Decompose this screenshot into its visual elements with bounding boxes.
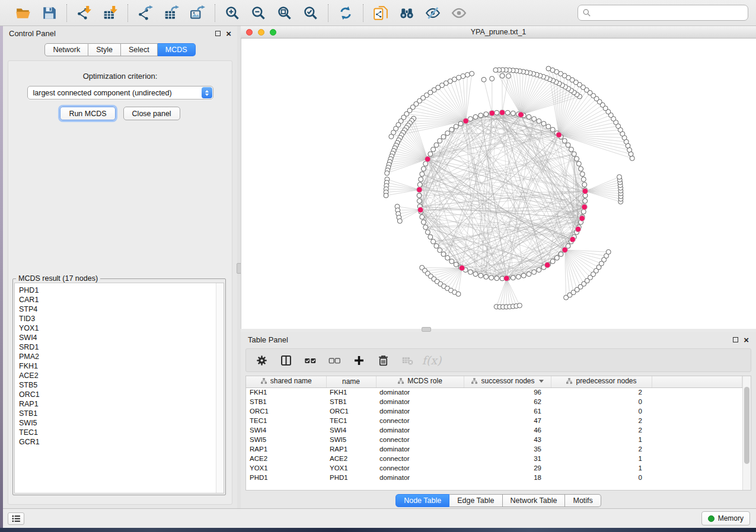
result-node[interactable]: GCR1	[19, 437, 216, 447]
column-header-shared-name[interactable]: shared name	[246, 376, 326, 387]
tab-network-table[interactable]: Network Table	[503, 494, 566, 507]
hide-selected-button[interactable]	[424, 4, 442, 22]
column-header-successor-nodes[interactable]: successor nodes	[464, 376, 551, 387]
minimize-window-icon[interactable]	[258, 29, 264, 36]
mcds-result-list[interactable]: PHD1CAR1STP4TID3YOX1SWI4SRD1PMA2FKH1ACE2…	[15, 283, 216, 493]
add-column-button[interactable]	[352, 353, 366, 367]
export-table-button[interactable]	[162, 4, 180, 22]
close-table-panel-icon[interactable]: ×	[744, 337, 749, 342]
clone-network-button[interactable]	[372, 4, 390, 22]
export-network-button[interactable]	[136, 4, 154, 22]
deselect-all-button[interactable]	[327, 353, 342, 367]
table-row[interactable]: PHD1PHD1dominator180	[246, 473, 742, 482]
result-node[interactable]: FKH1	[19, 361, 216, 371]
table-row[interactable]: ORC1ORC1dominator610	[246, 406, 742, 416]
run-mcds-button[interactable]: Run MCDS	[60, 107, 115, 120]
close-window-icon[interactable]	[246, 29, 253, 36]
tab-edge-table[interactable]: Edge Table	[449, 494, 502, 507]
export-network-icon	[138, 5, 153, 21]
zoom-out-icon	[251, 5, 266, 21]
result-node[interactable]: SWI4	[19, 333, 216, 342]
result-node[interactable]: ORC1	[19, 390, 216, 399]
memory-status-icon	[708, 515, 714, 522]
result-node[interactable]: PHD1	[19, 286, 216, 295]
save-icon	[42, 5, 57, 21]
table-row[interactable]: SWI5SWI5connector431	[246, 435, 742, 444]
tab-motifs[interactable]: Motifs	[565, 494, 601, 507]
network-titlebar[interactable]: YPA_prune.txt_1	[241, 26, 756, 39]
save-button[interactable]	[40, 4, 58, 22]
export-table-icon	[164, 5, 179, 21]
delete-table-icon	[401, 354, 414, 367]
search-network-button[interactable]	[398, 4, 416, 22]
table-row[interactable]: FKH1FKH1dominator962	[246, 387, 742, 397]
zoom-fit-button[interactable]	[276, 4, 294, 22]
tab-style[interactable]: Style	[88, 43, 121, 56]
search-box[interactable]	[578, 5, 748, 21]
table-row[interactable]: RAP1RAP1dominator352	[246, 444, 742, 454]
column-header-name[interactable]: name	[326, 376, 376, 387]
close-panel-icon[interactable]: ×	[226, 31, 231, 36]
table-row[interactable]: YOX1YOX1connector291	[246, 463, 742, 473]
refresh-button[interactable]	[337, 4, 355, 22]
result-node[interactable]: STB5	[19, 380, 216, 390]
tab-node-table[interactable]: Node Table	[395, 494, 449, 507]
table-scrollbar[interactable]	[742, 376, 751, 490]
result-node[interactable]: PMA2	[19, 352, 216, 361]
table-row[interactable]: SWI4SWI4dominator462	[246, 425, 742, 435]
result-node[interactable]: STP4	[19, 305, 216, 314]
search-icon	[582, 8, 591, 17]
tab-mcds[interactable]: MCDS	[158, 43, 196, 56]
result-node[interactable]: CAR1	[19, 295, 216, 305]
zoom-out-button[interactable]	[250, 4, 267, 22]
memory-button[interactable]: Memory	[701, 511, 750, 525]
result-node[interactable]: ACE2	[19, 371, 216, 380]
maximize-window-icon[interactable]	[270, 29, 276, 36]
result-node[interactable]: RAP1	[19, 399, 216, 409]
search-network-icon	[399, 5, 414, 21]
select-all-button[interactable]	[303, 353, 317, 367]
result-scrollbar[interactable]	[216, 283, 224, 493]
columns-button[interactable]	[279, 353, 293, 367]
attr-icon	[397, 377, 404, 384]
network-canvas[interactable]	[241, 39, 756, 329]
refresh-icon	[338, 5, 353, 21]
float-table-panel-icon[interactable]	[733, 337, 738, 342]
result-node[interactable]: SWI5	[19, 418, 216, 428]
import-table-button[interactable]	[101, 4, 119, 22]
horizontal-splitter-grip[interactable]	[422, 327, 431, 332]
table-row[interactable]: TEC1TEC1connector472	[246, 416, 742, 425]
gear-icon	[256, 354, 268, 367]
table-scrollbar-thumb[interactable]	[744, 387, 749, 464]
column-header-MCDS-role[interactable]: MCDS role	[376, 376, 464, 387]
table-panel: Table Panel × f(x) shared namenameMCDS r…	[241, 332, 756, 508]
zoom-in-icon	[225, 5, 240, 21]
tab-select[interactable]: Select	[121, 43, 158, 56]
table-row[interactable]: ACE2ACE2connector311	[246, 454, 742, 463]
show-all-button[interactable]	[450, 4, 468, 22]
column-header-predecessor-nodes[interactable]: predecessor nodes	[551, 376, 652, 387]
float-panel-icon[interactable]	[215, 31, 221, 36]
export-image-button[interactable]	[189, 4, 206, 22]
result-node[interactable]: TID3	[19, 314, 216, 323]
table-row[interactable]: STB1STB1dominator620	[246, 397, 742, 406]
result-node[interactable]: SRD1	[19, 342, 216, 352]
tab-network[interactable]: Network	[44, 43, 88, 56]
attr-icon	[566, 377, 573, 384]
zoom-selected-button[interactable]	[302, 4, 320, 22]
zoom-fit-icon	[277, 5, 292, 21]
zoom-in-button[interactable]	[224, 4, 241, 22]
import-network-button[interactable]	[75, 4, 93, 22]
result-node[interactable]: STB1	[19, 409, 216, 418]
delete-column-button[interactable]	[376, 353, 390, 367]
close-panel-button[interactable]: Close panel	[123, 107, 180, 120]
result-node[interactable]: YOX1	[19, 323, 216, 333]
gear-button[interactable]	[254, 353, 269, 367]
task-history-button[interactable]	[8, 512, 24, 525]
search-input[interactable]	[591, 7, 748, 20]
mcds-result-title: MCDS result (17 nodes)	[16, 274, 100, 283]
function-button: f(x)	[425, 353, 439, 367]
open-folder-button[interactable]	[14, 4, 32, 22]
criterion-dropdown[interactable]: largest connected component (undirected)	[27, 86, 213, 100]
result-node[interactable]: TEC1	[19, 428, 216, 437]
